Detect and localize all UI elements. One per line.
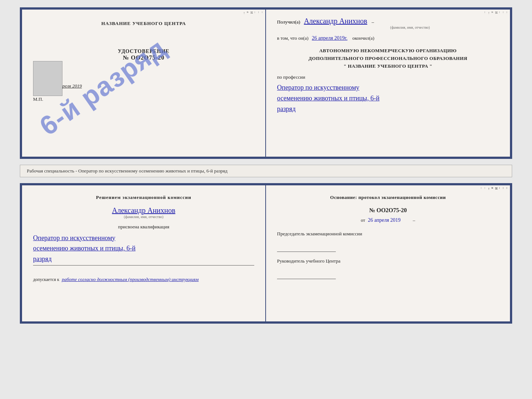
rukovoditel-sig-line — [277, 272, 336, 279]
center-title: НАЗВАНИЕ УЧЕБНОГО ЦЕНТРА — [33, 21, 254, 26]
profession-block-top: Оператор по искусственному осеменению жи… — [277, 82, 499, 114]
protocol-number: № OO2O75-20 — [277, 207, 499, 214]
udost-number: № OO2O75-20 — [33, 54, 254, 61]
predsedatel-sig-line — [277, 245, 336, 252]
bottom-booklet: Решением экзаменационной комиссии Алекса… — [20, 183, 512, 324]
top-booklet-right: Получил(а) Александр Анихнов – (фамилия,… — [266, 10, 510, 157]
side-dashes-top: – – – И а ← — [259, 10, 265, 157]
vtom-label: в том, что он(а) — [277, 35, 309, 41]
profession-line3-top: разряд — [277, 104, 499, 114]
fio-hint-top: (фамилия, имя, отчество) — [321, 25, 499, 29]
side-dashes-top-right: – – – И а ← – — [503, 10, 510, 157]
dopuskaetsya-label: допускается к — [33, 277, 59, 282]
bottom-booklet-left: Решением экзаменационной комиссии Алекса… — [22, 185, 266, 321]
field-divider — [33, 265, 254, 266]
date-value-top: 26 апреля 2019г. — [312, 35, 348, 41]
recipient-name-bottom: Александр Анихнов — [112, 206, 175, 215]
top-booklet-left: НАЗВАНИЕ УЧЕБНОГО ЦЕНТРА 6-й разряд УДОС… — [22, 10, 266, 157]
side-dashes-bottom-right: – – – И а ← – – — [503, 185, 510, 321]
ot-date-value: 26 апреля 2019 — [368, 217, 400, 223]
ot-label: от — [361, 217, 365, 223]
recipient-row-bottom: Александр Анихнов (фамилия, имя, отчеств… — [33, 206, 254, 219]
photo-placeholder — [33, 61, 62, 96]
udost-label: УДОСТОВЕРЕНИЕ — [33, 49, 254, 54]
profession-line2-top: осеменению животных и птицы, 6-й — [277, 93, 499, 104]
poluchil-label: Получил(а) — [277, 19, 300, 25]
profession-line1-top: Оператор по искусственному — [277, 82, 499, 93]
org-line1: АВТОНОМНУЮ НЕКОММЕРЧЕСКУЮ ОРГАНИЗАЦИЮ — [277, 47, 499, 55]
qual-line1: Оператор по искусственному — [33, 233, 254, 243]
qual-line3: разряд — [33, 254, 254, 264]
dopuskaetsya-value: работе согласно должностным (производств… — [62, 277, 198, 282]
rukovoditel-block: Руководитель учебного Центра — [277, 258, 499, 279]
vtom-row: в том, что он(а) 26 апреля 2019г. окончи… — [277, 35, 499, 41]
fio-hint-bottom: (фамилия, имя, отчество) — [33, 215, 254, 219]
resheniem-label: Решением экзаменационной комиссии — [33, 195, 254, 200]
org-line2: ДОПОЛНИТЕЛЬНОГО ПРОФЕССИОНАЛЬНОГО ОБРАЗО… — [277, 55, 499, 63]
qualification-block: Оператор по искусственному осеменению жи… — [33, 233, 254, 264]
prisvoena-label: присвоена квалификация — [33, 224, 254, 230]
rukovoditel-label: Руководитель учебного Центра — [277, 258, 499, 264]
recipient-name-top: Александр Анихнов — [304, 17, 367, 25]
org-block: АВТОНОМНУЮ НЕКОММЕРЧЕСКУЮ ОРГАНИЗАЦИЮ ДО… — [277, 47, 499, 70]
predsedatel-label: Председатель экзаменационной комиссии — [277, 231, 499, 237]
org-line3: " НАЗВАНИЕ УЧЕБНОГО ЦЕНТРА " — [277, 63, 499, 70]
vydano-block: Выдано 26 апреля 2019 — [33, 83, 254, 89]
qual-line2: осеменению животных и птицы, 6-й — [33, 243, 254, 254]
poluchil-row: Получил(а) Александр Анихнов – (фамилия,… — [277, 17, 499, 29]
po-professii-label: по профессии — [277, 74, 499, 80]
mp-label: М.П. — [33, 96, 254, 102]
udost-block: УДОСТОВЕРЕНИЕ № OO2O75-20 — [33, 49, 254, 61]
dopuskaetsya-block: допускается к работе согласно должностны… — [33, 277, 254, 282]
predsedatel-block: Председатель экзаменационной комиссии — [277, 231, 499, 252]
middle-label: Рабочая специальность - Оператор по иску… — [20, 165, 512, 177]
top-booklet: НАЗВАНИЕ УЧЕБНОГО ЦЕНТРА 6-й разряд УДОС… — [20, 7, 512, 159]
osnovanie-label: Основание: протокол экзаменационной коми… — [277, 195, 499, 200]
bottom-booklet-right: Основание: протокол экзаменационной коми… — [266, 185, 510, 321]
ot-date-row: от 26 апреля 2019 – — [277, 217, 499, 223]
okonchil-label: окончил(а) — [352, 35, 374, 41]
